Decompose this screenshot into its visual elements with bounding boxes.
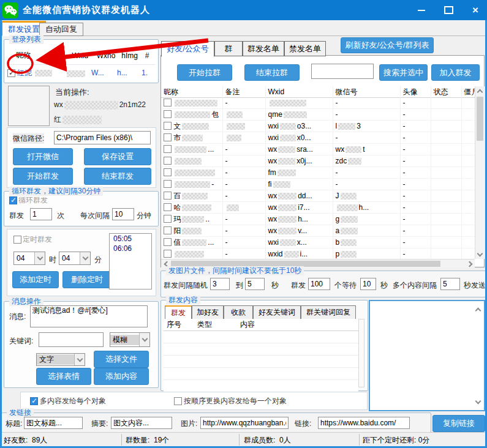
add-content-button[interactable]: 添加内容 — [94, 368, 149, 385]
interval-to-input[interactable] — [245, 278, 265, 290]
add-to-send-button[interactable]: 加入群发 — [431, 64, 480, 81]
link-url-input[interactable] — [318, 417, 410, 429]
friend-row[interactable]: --- — [161, 97, 475, 109]
start-send-button[interactable]: 开始群发 — [13, 168, 73, 185]
timer-send-checkbox[interactable] — [13, 236, 21, 244]
open-wechat-button[interactable]: 打开微信 — [13, 148, 73, 165]
hour-select[interactable]: 04 — [13, 252, 45, 265]
friend-table-scroll-area[interactable]: --- 包qme-- 文wxio3...l3- 市wxix0...-- ...-… — [161, 97, 475, 259]
interval-input[interactable] — [112, 208, 134, 220]
multi-content-checkbox[interactable] — [30, 397, 38, 405]
content-tab-send[interactable]: 群发 — [165, 305, 192, 320]
friend-row[interactable]: -wxidi...p- — [161, 248, 475, 259]
add-timer-button[interactable]: 添加定时 — [12, 271, 59, 288]
timer-list[interactable]: 05:0506:06 — [109, 233, 152, 289]
row-checkbox[interactable] — [164, 157, 172, 165]
refresh-lists-button[interactable]: 刷新好友/公众号/群列表 — [341, 37, 434, 53]
end-send-button[interactable]: 结束群发 — [84, 168, 151, 185]
scrollbar-thumb[interactable] — [477, 97, 483, 141]
content-tab-friend-keyword[interactable]: 好友关键词 — [253, 305, 301, 319]
tab-auto-reply[interactable]: 自动回复 — [39, 23, 83, 36]
tab-send-list[interactable]: 群发名单 — [243, 41, 284, 56]
batch-count-input[interactable] — [308, 278, 330, 290]
login-row-checkbox[interactable] — [7, 69, 15, 77]
friend-row[interactable]: -wxx0j...zdc- — [161, 155, 475, 167]
censored-text — [175, 170, 215, 176]
scroll-up-icon[interactable] — [474, 305, 483, 314]
friend-row[interactable]: 值...-wxix...b- — [161, 237, 475, 248]
content-tab-group-keyword[interactable]: 群关键词回复 — [301, 305, 356, 319]
row-checkbox[interactable] — [164, 99, 172, 106]
timer-item[interactable]: 05:05 — [110, 234, 151, 244]
row-checkbox[interactable] — [164, 180, 172, 188]
row-checkbox[interactable] — [164, 215, 172, 223]
link-image-input[interactable] — [200, 417, 289, 429]
content-type-select[interactable]: 文字 — [36, 353, 85, 366]
login-row[interactable]: 红泥 W... h... 1. — [7, 64, 156, 82]
row-checkbox[interactable] — [164, 238, 172, 246]
multi-interval-input[interactable] — [440, 278, 460, 290]
end-pull-group-button[interactable]: 结束拉群 — [244, 64, 300, 81]
friend-row[interactable]: ...-wxsra...wxt- — [161, 144, 475, 155]
send-count-input[interactable] — [30, 208, 52, 220]
tab-groups[interactable]: 群 — [214, 41, 243, 56]
row-checkbox[interactable] — [164, 226, 172, 234]
link-title-input[interactable] — [24, 417, 83, 429]
timer-item[interactable]: 06:06 — [110, 244, 151, 253]
tab-friends-accounts[interactable]: 好友/公众号 — [161, 41, 214, 57]
delete-timer-button[interactable]: 删除定时 — [62, 271, 111, 288]
search-select-button[interactable]: 搜索并选中 — [379, 64, 428, 81]
chevron-down-icon — [34, 252, 45, 264]
minute-select[interactable]: 04 — [59, 252, 91, 265]
friend-row[interactable]: 阳-wxv...a- — [161, 225, 475, 237]
loop-send-checkbox[interactable] — [9, 196, 17, 204]
match-mode-select[interactable]: 模糊 — [110, 332, 150, 347]
row-checkbox[interactable] — [164, 133, 172, 141]
link-send-groupbox: 发链接 标题: 摘要: 图片: 链接: — [1, 413, 431, 433]
wait-seconds-input[interactable] — [360, 278, 376, 290]
vertical-scrollbar[interactable] — [475, 86, 485, 259]
row-checkbox[interactable] — [164, 145, 172, 153]
send-seconds-label: 秒发送 — [464, 280, 486, 291]
friend-row[interactable]: 包qme-- — [161, 109, 475, 121]
friend-row[interactable]: -fm-- — [161, 167, 475, 179]
friend-row[interactable]: 市wxix0...-- — [161, 132, 475, 144]
scroll-down-icon[interactable] — [475, 250, 485, 259]
row-checkbox[interactable] — [164, 203, 172, 211]
close-button[interactable]: × — [469, 4, 482, 17]
row-checkbox[interactable] — [164, 168, 172, 176]
friend-row[interactable]: 百-wxdd...J- — [161, 190, 475, 202]
copy-link-button[interactable]: 复制链接 — [432, 415, 485, 432]
row-checkbox[interactable] — [164, 110, 172, 118]
content-table-scrollbar[interactable] — [358, 319, 364, 387]
log-box[interactable] — [369, 300, 485, 411]
scroll-right-icon[interactable] — [466, 259, 475, 268]
interval-from-input[interactable] — [210, 278, 230, 290]
search-input[interactable] — [311, 64, 374, 79]
select-emoji-button[interactable]: 选择表情 — [36, 368, 91, 385]
tab-blocked-list[interactable]: 禁发名单 — [284, 41, 326, 56]
row-checkbox[interactable] — [164, 122, 172, 130]
wechat-path-input[interactable] — [54, 131, 151, 144]
start-pull-group-button[interactable]: 开始拉群 — [177, 64, 232, 81]
select-file-button[interactable]: 选择文件 — [94, 351, 149, 368]
keyword-input[interactable] — [39, 332, 104, 347]
content-tab-add-friend[interactable]: 加好友 — [192, 305, 224, 319]
message-textarea[interactable]: 测试消息ad！@#[爱心] — [30, 305, 148, 327]
title-bar: 全能微信营销协议群发机器人 × — [0, 0, 487, 20]
friend-row[interactable]: 文wxio3...l3- — [161, 121, 475, 132]
friend-row[interactable]: 玛..-wxh...g- — [161, 214, 475, 225]
link-digest-input[interactable] — [111, 417, 172, 429]
content-tab-payment[interactable]: 收款 — [224, 305, 253, 319]
row-checkbox[interactable] — [164, 192, 172, 200]
sequential-checkbox[interactable] — [174, 397, 182, 405]
friend-row[interactable]: --fi-- — [161, 179, 475, 190]
row-checkbox[interactable] — [164, 250, 172, 258]
maximize-button[interactable] — [442, 4, 455, 17]
censored-text — [278, 216, 296, 223]
minimize-button[interactable] — [415, 4, 428, 17]
friend-row[interactable]: 哈wxi7...h...- — [161, 202, 475, 214]
save-settings-button[interactable]: 保存设置 — [84, 148, 151, 165]
scroll-down-icon[interactable] — [474, 397, 483, 406]
scroll-up-icon[interactable] — [475, 86, 485, 95]
